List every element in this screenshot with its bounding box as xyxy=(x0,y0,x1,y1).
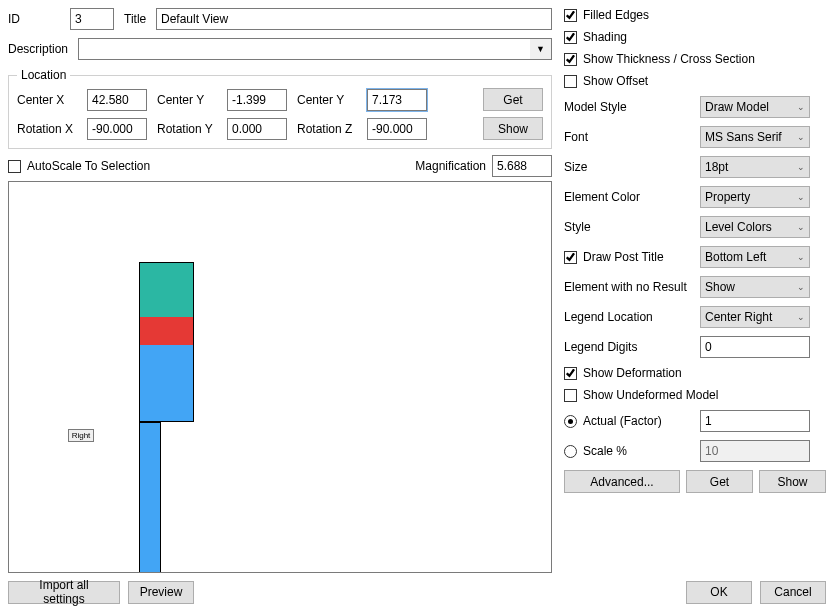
rotation-y-field[interactable] xyxy=(227,118,287,140)
draw-post-title-label: Draw Post Title xyxy=(583,250,664,264)
right-show-button[interactable]: Show xyxy=(759,470,826,493)
model-preview: Right xyxy=(8,181,552,573)
description-field[interactable] xyxy=(78,38,530,60)
autoscale-label: AutoScale To Selection xyxy=(27,159,150,173)
show-location-button[interactable]: Show xyxy=(483,117,543,140)
location-group: Location Center X Center Y Center Y Get … xyxy=(8,68,552,149)
chevron-down-icon: ⌄ xyxy=(797,312,805,322)
legend-digits-field[interactable] xyxy=(700,336,810,358)
preview-button[interactable]: Preview xyxy=(128,581,194,604)
show-deformation-label: Show Deformation xyxy=(583,366,682,380)
show-deformation-checkbox[interactable]: Show Deformation xyxy=(564,366,826,380)
actual-factor-radio[interactable]: Actual (Factor) xyxy=(564,414,700,428)
legend-location-label: Legend Location xyxy=(564,310,700,324)
center-y2-label: Center Y xyxy=(297,93,367,107)
show-thickness-checkbox[interactable]: Show Thickness / Cross Section xyxy=(564,52,826,66)
show-offset-label: Show Offset xyxy=(583,74,648,88)
scale-percent-radio[interactable]: Scale % xyxy=(564,444,700,458)
location-legend: Location xyxy=(17,68,70,82)
scale-percent-label: Scale % xyxy=(583,444,627,458)
rotation-x-label: Rotation X xyxy=(17,122,87,136)
center-y1-label: Center Y xyxy=(157,93,227,107)
id-label: ID xyxy=(8,12,70,26)
description-label: Description xyxy=(8,42,78,56)
draw-post-title-checkbox[interactable]: Draw Post Title xyxy=(564,250,700,264)
shading-label: Shading xyxy=(583,30,627,44)
show-offset-checkbox[interactable]: Show Offset xyxy=(564,74,826,88)
id-field[interactable] xyxy=(70,8,114,30)
compass-label: Right xyxy=(68,429,95,442)
actual-factor-field[interactable] xyxy=(700,410,810,432)
shading-checkbox[interactable]: Shading xyxy=(564,30,826,44)
chevron-down-icon: ▼ xyxy=(536,44,545,54)
chevron-down-icon: ⌄ xyxy=(797,222,805,232)
view-compass: Right xyxy=(57,427,105,444)
legend-location-select[interactable]: Center Right⌄ xyxy=(700,306,810,328)
model-drawing xyxy=(139,262,459,447)
actual-factor-label: Actual (Factor) xyxy=(583,414,662,428)
ok-button[interactable]: OK xyxy=(686,581,752,604)
show-undeformed-checkbox[interactable]: Show Undeformed Model xyxy=(564,388,826,402)
element-no-result-select[interactable]: Show⌄ xyxy=(700,276,810,298)
cancel-button[interactable]: Cancel xyxy=(760,581,826,604)
chevron-down-icon: ⌄ xyxy=(797,282,805,292)
center-x-field[interactable] xyxy=(87,89,147,111)
element-color-label: Element Color xyxy=(564,190,700,204)
right-get-button[interactable]: Get xyxy=(686,470,753,493)
chevron-down-icon: ⌄ xyxy=(797,192,805,202)
style-select[interactable]: Level Colors⌄ xyxy=(700,216,810,238)
element-no-result-label: Element with no Result xyxy=(564,280,700,294)
center-y2-field[interactable] xyxy=(367,89,427,111)
filled-edges-checkbox[interactable]: Filled Edges xyxy=(564,8,826,22)
font-label: Font xyxy=(564,130,700,144)
size-select[interactable]: 18pt⌄ xyxy=(700,156,810,178)
rotation-z-label: Rotation Z xyxy=(297,122,367,136)
rotation-x-field[interactable] xyxy=(87,118,147,140)
rotation-z-field[interactable] xyxy=(367,118,427,140)
model-style-select[interactable]: Draw Model⌄ xyxy=(700,96,810,118)
show-undeformed-label: Show Undeformed Model xyxy=(583,388,718,402)
element-color-select[interactable]: Property⌄ xyxy=(700,186,810,208)
advanced-button[interactable]: Advanced... xyxy=(564,470,680,493)
magnification-field[interactable] xyxy=(492,155,552,177)
center-y1-field[interactable] xyxy=(227,89,287,111)
rotation-y-label: Rotation Y xyxy=(157,122,227,136)
title-label: Title xyxy=(124,12,156,26)
filled-edges-label: Filled Edges xyxy=(583,8,649,22)
get-location-button[interactable]: Get xyxy=(483,88,543,111)
magnification-label: Magnification xyxy=(415,159,486,173)
import-all-settings-button[interactable]: Import all settings xyxy=(8,581,120,604)
autoscale-checkbox[interactable]: AutoScale To Selection xyxy=(8,159,150,173)
center-x-label: Center X xyxy=(17,93,87,107)
title-field[interactable] xyxy=(156,8,552,30)
show-thickness-label: Show Thickness / Cross Section xyxy=(583,52,755,66)
chevron-down-icon: ⌄ xyxy=(797,162,805,172)
legend-digits-label: Legend Digits xyxy=(564,340,700,354)
chevron-down-icon: ⌄ xyxy=(797,132,805,142)
model-style-label: Model Style xyxy=(564,100,700,114)
style-label: Style xyxy=(564,220,700,234)
description-dropdown-button[interactable]: ▼ xyxy=(530,38,552,60)
size-label: Size xyxy=(564,160,700,174)
scale-percent-field xyxy=(700,440,810,462)
post-title-pos-select[interactable]: Bottom Left⌄ xyxy=(700,246,810,268)
chevron-down-icon: ⌄ xyxy=(797,252,805,262)
font-select[interactable]: MS Sans Serif⌄ xyxy=(700,126,810,148)
chevron-down-icon: ⌄ xyxy=(797,102,805,112)
